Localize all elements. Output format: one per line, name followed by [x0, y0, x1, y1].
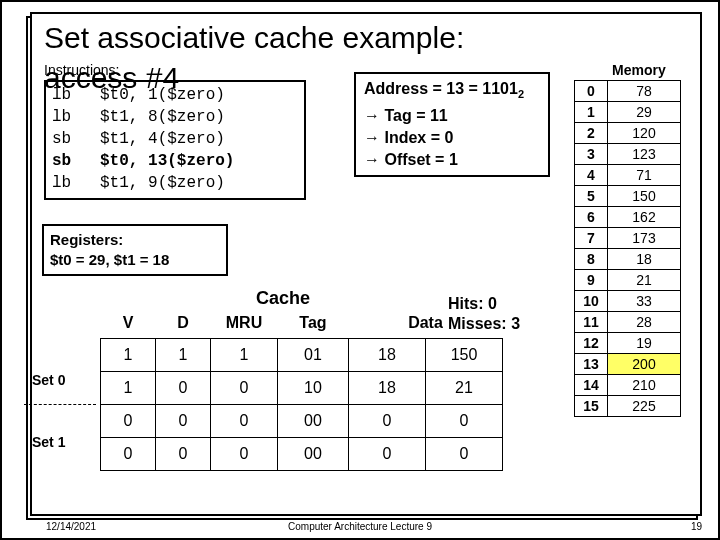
memory-index: 1 — [575, 102, 608, 123]
memory-index: 13 — [575, 354, 608, 375]
cache-header-d: D — [156, 312, 211, 339]
memory-value: 78 — [608, 81, 681, 102]
memory-index: 0 — [575, 81, 608, 102]
hits-label: Hits: 0 — [448, 294, 520, 314]
slide: Set associative cache example: access #4… — [0, 0, 720, 540]
offset-line: → Offset = 1 — [364, 149, 540, 171]
memory-row: 7173 — [575, 228, 681, 249]
memory-row: 3123 — [575, 144, 681, 165]
set1-label: Set 1 — [32, 434, 65, 450]
memory-row: 15225 — [575, 396, 681, 417]
instruction-row: lb $t0, 1($zero) — [52, 84, 298, 106]
registers-title: Registers: — [50, 230, 220, 250]
cache-header-v: V — [101, 312, 156, 339]
memory-value: 28 — [608, 312, 681, 333]
memory-value: 150 — [608, 186, 681, 207]
registers-box: Registers: $t0 = 29, $t1 = 18 — [42, 224, 228, 276]
memory-value: 200 — [608, 354, 681, 375]
footer-center: Computer Architecture Lecture 9 — [2, 521, 718, 532]
memory-label: Memory — [612, 62, 666, 78]
memory-row: 1033 — [575, 291, 681, 312]
cache-row: 1110118150 — [101, 339, 503, 372]
memory-index: 2 — [575, 123, 608, 144]
memory-index: 9 — [575, 270, 608, 291]
cache-row: 0000000 — [101, 405, 503, 438]
memory-value: 19 — [608, 333, 681, 354]
memory-value: 71 — [608, 165, 681, 186]
memory-row: 2120 — [575, 123, 681, 144]
registers-values: $t0 = 29, $t1 = 18 — [50, 250, 220, 270]
memory-index: 11 — [575, 312, 608, 333]
memory-value: 123 — [608, 144, 681, 165]
cache-header-data: Data — [349, 312, 503, 339]
instruction-row: lb $t1, 8($zero) — [52, 106, 298, 128]
memory-row: 129 — [575, 102, 681, 123]
index-line: → Index = 0 — [364, 127, 540, 149]
memory-row: 921 — [575, 270, 681, 291]
instruction-row: sb $t1, 4($zero) — [52, 128, 298, 150]
memory-value: 18 — [608, 249, 681, 270]
memory-value: 29 — [608, 102, 681, 123]
memory-index: 5 — [575, 186, 608, 207]
tag-line: → Tag = 11 — [364, 105, 540, 127]
address-line: Address = 13 = 11012 — [364, 78, 540, 105]
memory-value: 162 — [608, 207, 681, 228]
memory-index: 6 — [575, 207, 608, 228]
memory-row: 1219 — [575, 333, 681, 354]
memory-row: 14210 — [575, 375, 681, 396]
memory-row: 078 — [575, 81, 681, 102]
memory-row: 6162 — [575, 207, 681, 228]
cache-label: Cache — [256, 288, 310, 309]
instruction-row-current: sb $t0, 13($zero) — [52, 150, 298, 172]
set0-label: Set 0 — [32, 372, 65, 388]
memory-row: 13200 — [575, 354, 681, 375]
cache-row: 0000000 — [101, 438, 503, 471]
memory-value: 33 — [608, 291, 681, 312]
memory-value: 173 — [608, 228, 681, 249]
memory-index: 3 — [575, 144, 608, 165]
memory-table: 0781292120312347151506162717381892110331… — [574, 80, 681, 417]
set-divider — [24, 404, 96, 405]
memory-index: 14 — [575, 375, 608, 396]
memory-value: 210 — [608, 375, 681, 396]
memory-row: 818 — [575, 249, 681, 270]
instruction-row: lb $t1, 9($zero) — [52, 172, 298, 194]
memory-row: 5150 — [575, 186, 681, 207]
cache-header-tag: Tag — [278, 312, 349, 339]
memory-index: 8 — [575, 249, 608, 270]
footer-page: 19 — [691, 521, 702, 532]
memory-index: 10 — [575, 291, 608, 312]
memory-row: 1128 — [575, 312, 681, 333]
cache-header-mru: MRU — [211, 312, 278, 339]
memory-value: 120 — [608, 123, 681, 144]
memory-value: 225 — [608, 396, 681, 417]
address-box: Address = 13 = 11012 → Tag = 11 → Index … — [354, 72, 550, 177]
cache-table: V D MRU Tag Data 11101181501001018210000… — [100, 312, 503, 471]
memory-value: 21 — [608, 270, 681, 291]
memory-row: 471 — [575, 165, 681, 186]
memory-index: 15 — [575, 396, 608, 417]
instructions-box: lb $t0, 1($zero) lb $t1, 8($zero) sb $t1… — [44, 80, 306, 200]
memory-index: 12 — [575, 333, 608, 354]
memory-index: 4 — [575, 165, 608, 186]
cache-row: 100101821 — [101, 372, 503, 405]
instructions-label: Instructions: — [44, 62, 119, 78]
memory-index: 7 — [575, 228, 608, 249]
title-line1: Set associative cache example: — [44, 21, 464, 54]
